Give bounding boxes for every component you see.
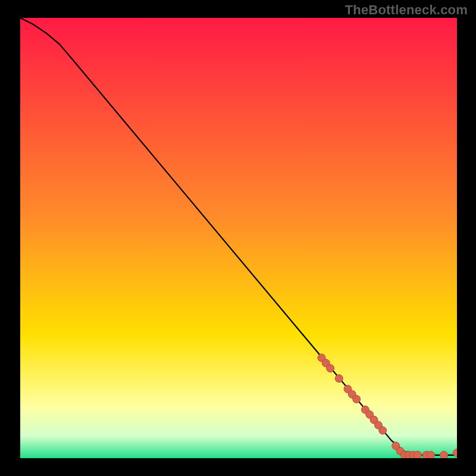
data-point [414, 451, 421, 458]
plot-area [20, 18, 457, 458]
chart-frame: TheBottleneck.com [0, 0, 476, 476]
data-point [327, 365, 334, 372]
data-point [379, 427, 387, 434]
data-point [335, 375, 343, 383]
gradient-background [20, 18, 457, 458]
watermark-text: TheBottleneck.com [345, 2, 468, 18]
data-point [427, 451, 435, 458]
data-point [353, 395, 361, 403]
chart-svg [20, 18, 457, 458]
data-point [440, 451, 448, 458]
